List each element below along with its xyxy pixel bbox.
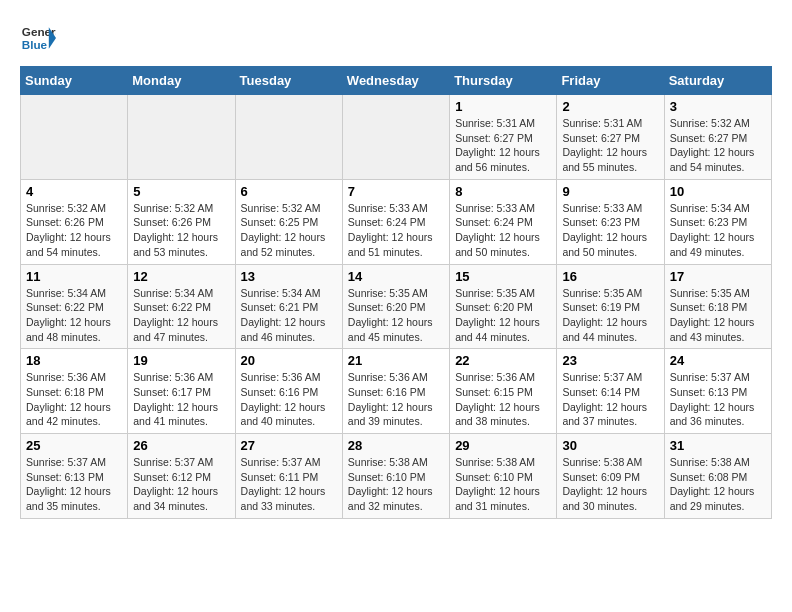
calendar-cell: 18Sunrise: 5:36 AMSunset: 6:18 PMDayligh… [21,349,128,434]
calendar-cell: 23Sunrise: 5:37 AMSunset: 6:14 PMDayligh… [557,349,664,434]
day-number: 30 [562,438,658,453]
day-number: 26 [133,438,229,453]
day-number: 25 [26,438,122,453]
calendar-cell: 9Sunrise: 5:33 AMSunset: 6:23 PMDaylight… [557,179,664,264]
calendar-cell [342,95,449,180]
day-info: Sunrise: 5:38 AMSunset: 6:08 PMDaylight:… [670,455,766,514]
day-number: 28 [348,438,444,453]
day-info: Sunrise: 5:37 AMSunset: 6:13 PMDaylight:… [670,370,766,429]
logo-icon: General Blue [20,20,56,56]
day-number: 18 [26,353,122,368]
day-number: 21 [348,353,444,368]
day-info: Sunrise: 5:34 AMSunset: 6:21 PMDaylight:… [241,286,337,345]
day-number: 17 [670,269,766,284]
calendar-cell: 16Sunrise: 5:35 AMSunset: 6:19 PMDayligh… [557,264,664,349]
calendar-cell [128,95,235,180]
calendar-week-row: 11Sunrise: 5:34 AMSunset: 6:22 PMDayligh… [21,264,772,349]
calendar-cell: 12Sunrise: 5:34 AMSunset: 6:22 PMDayligh… [128,264,235,349]
day-info: Sunrise: 5:31 AMSunset: 6:27 PMDaylight:… [562,116,658,175]
calendar-header-row: SundayMondayTuesdayWednesdayThursdayFrid… [21,67,772,95]
calendar-cell: 17Sunrise: 5:35 AMSunset: 6:18 PMDayligh… [664,264,771,349]
day-info: Sunrise: 5:36 AMSunset: 6:15 PMDaylight:… [455,370,551,429]
page-header: General Blue [20,20,772,56]
day-info: Sunrise: 5:34 AMSunset: 6:23 PMDaylight:… [670,201,766,260]
calendar-cell: 21Sunrise: 5:36 AMSunset: 6:16 PMDayligh… [342,349,449,434]
day-info: Sunrise: 5:38 AMSunset: 6:10 PMDaylight:… [455,455,551,514]
calendar-week-row: 18Sunrise: 5:36 AMSunset: 6:18 PMDayligh… [21,349,772,434]
calendar-week-row: 4Sunrise: 5:32 AMSunset: 6:26 PMDaylight… [21,179,772,264]
calendar-header-wednesday: Wednesday [342,67,449,95]
day-number: 6 [241,184,337,199]
calendar-cell: 29Sunrise: 5:38 AMSunset: 6:10 PMDayligh… [450,434,557,519]
calendar-cell: 8Sunrise: 5:33 AMSunset: 6:24 PMDaylight… [450,179,557,264]
day-number: 20 [241,353,337,368]
calendar-cell [21,95,128,180]
day-number: 13 [241,269,337,284]
day-number: 24 [670,353,766,368]
day-info: Sunrise: 5:37 AMSunset: 6:11 PMDaylight:… [241,455,337,514]
day-info: Sunrise: 5:31 AMSunset: 6:27 PMDaylight:… [455,116,551,175]
calendar-week-row: 25Sunrise: 5:37 AMSunset: 6:13 PMDayligh… [21,434,772,519]
calendar-cell: 6Sunrise: 5:32 AMSunset: 6:25 PMDaylight… [235,179,342,264]
day-number: 15 [455,269,551,284]
day-info: Sunrise: 5:33 AMSunset: 6:24 PMDaylight:… [348,201,444,260]
calendar-cell: 22Sunrise: 5:36 AMSunset: 6:15 PMDayligh… [450,349,557,434]
calendar-cell: 13Sunrise: 5:34 AMSunset: 6:21 PMDayligh… [235,264,342,349]
day-number: 31 [670,438,766,453]
calendar-cell: 10Sunrise: 5:34 AMSunset: 6:23 PMDayligh… [664,179,771,264]
calendar-cell: 27Sunrise: 5:37 AMSunset: 6:11 PMDayligh… [235,434,342,519]
calendar-cell: 30Sunrise: 5:38 AMSunset: 6:09 PMDayligh… [557,434,664,519]
calendar-cell: 7Sunrise: 5:33 AMSunset: 6:24 PMDaylight… [342,179,449,264]
day-info: Sunrise: 5:37 AMSunset: 6:13 PMDaylight:… [26,455,122,514]
calendar-cell: 24Sunrise: 5:37 AMSunset: 6:13 PMDayligh… [664,349,771,434]
calendar-week-row: 1Sunrise: 5:31 AMSunset: 6:27 PMDaylight… [21,95,772,180]
calendar-cell: 14Sunrise: 5:35 AMSunset: 6:20 PMDayligh… [342,264,449,349]
calendar-header-saturday: Saturday [664,67,771,95]
calendar-header-friday: Friday [557,67,664,95]
calendar-cell: 31Sunrise: 5:38 AMSunset: 6:08 PMDayligh… [664,434,771,519]
day-number: 29 [455,438,551,453]
day-info: Sunrise: 5:34 AMSunset: 6:22 PMDaylight:… [26,286,122,345]
calendar-table: SundayMondayTuesdayWednesdayThursdayFrid… [20,66,772,519]
svg-text:Blue: Blue [22,38,48,51]
day-number: 12 [133,269,229,284]
day-number: 23 [562,353,658,368]
calendar-header-monday: Monday [128,67,235,95]
day-info: Sunrise: 5:35 AMSunset: 6:19 PMDaylight:… [562,286,658,345]
day-info: Sunrise: 5:36 AMSunset: 6:16 PMDaylight:… [241,370,337,429]
day-number: 7 [348,184,444,199]
calendar-header-tuesday: Tuesday [235,67,342,95]
calendar-cell: 5Sunrise: 5:32 AMSunset: 6:26 PMDaylight… [128,179,235,264]
day-number: 19 [133,353,229,368]
day-number: 16 [562,269,658,284]
day-info: Sunrise: 5:37 AMSunset: 6:12 PMDaylight:… [133,455,229,514]
calendar-cell: 4Sunrise: 5:32 AMSunset: 6:26 PMDaylight… [21,179,128,264]
day-number: 14 [348,269,444,284]
day-info: Sunrise: 5:32 AMSunset: 6:26 PMDaylight:… [133,201,229,260]
day-info: Sunrise: 5:32 AMSunset: 6:25 PMDaylight:… [241,201,337,260]
day-info: Sunrise: 5:32 AMSunset: 6:26 PMDaylight:… [26,201,122,260]
calendar-cell: 1Sunrise: 5:31 AMSunset: 6:27 PMDaylight… [450,95,557,180]
calendar-cell: 3Sunrise: 5:32 AMSunset: 6:27 PMDaylight… [664,95,771,180]
calendar-cell [235,95,342,180]
day-info: Sunrise: 5:38 AMSunset: 6:09 PMDaylight:… [562,455,658,514]
day-number: 1 [455,99,551,114]
calendar-cell: 20Sunrise: 5:36 AMSunset: 6:16 PMDayligh… [235,349,342,434]
day-number: 22 [455,353,551,368]
day-number: 3 [670,99,766,114]
day-info: Sunrise: 5:35 AMSunset: 6:20 PMDaylight:… [455,286,551,345]
calendar-cell: 25Sunrise: 5:37 AMSunset: 6:13 PMDayligh… [21,434,128,519]
calendar-header-sunday: Sunday [21,67,128,95]
calendar-cell: 28Sunrise: 5:38 AMSunset: 6:10 PMDayligh… [342,434,449,519]
day-number: 5 [133,184,229,199]
day-info: Sunrise: 5:35 AMSunset: 6:20 PMDaylight:… [348,286,444,345]
day-info: Sunrise: 5:32 AMSunset: 6:27 PMDaylight:… [670,116,766,175]
day-number: 2 [562,99,658,114]
day-number: 10 [670,184,766,199]
calendar-cell: 11Sunrise: 5:34 AMSunset: 6:22 PMDayligh… [21,264,128,349]
calendar-cell: 26Sunrise: 5:37 AMSunset: 6:12 PMDayligh… [128,434,235,519]
day-number: 4 [26,184,122,199]
day-info: Sunrise: 5:36 AMSunset: 6:18 PMDaylight:… [26,370,122,429]
day-info: Sunrise: 5:37 AMSunset: 6:14 PMDaylight:… [562,370,658,429]
day-number: 27 [241,438,337,453]
